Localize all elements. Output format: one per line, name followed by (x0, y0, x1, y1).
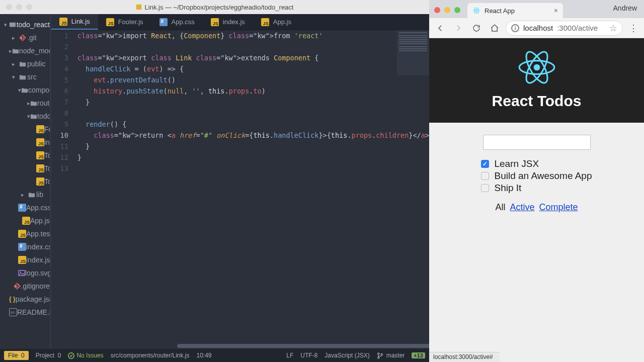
tree-file-todolist[interactable]: JSTodoList.js (0, 175, 50, 188)
tab-appjs[interactable]: JSApp.js (253, 14, 299, 30)
zoom-window-icon[interactable] (454, 7, 460, 13)
zoom-window-icon[interactable] (26, 4, 32, 10)
close-window-icon[interactable] (6, 4, 12, 10)
editor-titlebar[interactable]: Link.js — ~/Dropbox/projects/eggheadio/t… (0, 0, 429, 14)
folder-icon (27, 191, 36, 198)
filter-all[interactable]: All (495, 202, 505, 212)
tree-label: TodoForm.js (44, 151, 50, 159)
chevron-right-icon[interactable]: ▸ (9, 61, 18, 67)
tree-item-public[interactable]: ▸ public (0, 57, 50, 70)
bookmark-star-icon[interactable]: ☆ (609, 23, 617, 34)
svg-point-11 (476, 10, 477, 11)
browser-tabstrip: React App × Andrew (429, 0, 644, 18)
tab-label: Footer.js (118, 18, 143, 26)
forward-button (451, 21, 465, 35)
reload-button[interactable] (469, 21, 484, 35)
browser-tab[interactable]: React App × (467, 3, 563, 18)
horizontal-scrollbar[interactable] (51, 343, 429, 349)
chevron-right-icon[interactable]: ▸ (9, 35, 18, 41)
filter-links: All Active Complete (495, 202, 578, 213)
status-file-scope[interactable]: File 0 (4, 351, 29, 360)
tab-linkjs[interactable]: JSLink.js (51, 14, 98, 30)
chevron-right-icon[interactable]: ▸ (18, 192, 27, 198)
close-tab-icon[interactable]: × (554, 7, 558, 15)
tree-label: App.test.js (26, 230, 50, 238)
site-info-icon[interactable]: i (511, 24, 519, 32)
status-language[interactable]: JavaScript (JSX) (325, 352, 369, 359)
svg-rect-1 (10, 23, 16, 27)
status-eol[interactable]: LF (286, 352, 293, 359)
tree-item-todo[interactable]: ▾ todo (0, 110, 50, 123)
todo-checkbox[interactable] (481, 172, 489, 180)
todo-label: Ship It (494, 183, 521, 194)
home-button[interactable] (488, 21, 502, 35)
tree-file-gitignore[interactable]: .gitignore (0, 280, 50, 293)
tree-label: lib (36, 191, 50, 199)
status-project-scope[interactable]: Project 0 (36, 352, 61, 359)
file-tree[interactable]: ▾ todo_react ▸ .git ▸ node_modules ▸ pub… (0, 14, 50, 349)
status-issues[interactable]: No Issues (68, 352, 103, 359)
page-title: React Todos (429, 93, 644, 110)
status-branch[interactable]: master (377, 352, 405, 359)
tree-label: index.js (44, 138, 50, 146)
tree-file-index-todo[interactable]: JSindex.js (0, 136, 50, 149)
tree-file-readme[interactable]: M↓README.md (0, 306, 50, 319)
todo-checkbox[interactable] (481, 184, 489, 192)
todo-checkbox[interactable] (481, 160, 489, 168)
tree-file-todoitem[interactable]: JSTodoItem.js (0, 162, 50, 175)
new-todo-input[interactable] (483, 135, 591, 150)
back-button[interactable] (433, 21, 447, 35)
tree-item-router[interactable]: ▸ router (0, 97, 50, 110)
tab-appcss[interactable]: App.css (151, 14, 203, 30)
tree-file-apptest[interactable]: JSApp.test.js (0, 227, 50, 240)
close-window-icon[interactable] (434, 7, 440, 13)
browser-menu-icon[interactable]: ⋮ (627, 23, 640, 34)
svg-point-7 (381, 353, 382, 355)
todo-label: Learn JSX (494, 158, 539, 169)
browser-profile[interactable]: Andrew (613, 4, 637, 12)
tree-item-git[interactable]: ▸ .git (0, 31, 50, 44)
svg-point-6 (377, 356, 379, 358)
todo-item: Build an Awesome App (481, 170, 592, 182)
minimap[interactable] (397, 30, 429, 75)
scrollbar-thumb[interactable] (177, 344, 449, 348)
code-editor[interactable]: 12345678910111213 class="kw">import Reac… (51, 30, 429, 343)
tab-indexjs[interactable]: JSindex.js (203, 14, 253, 30)
tree-file-indexjs[interactable]: JSindex.js (0, 253, 50, 266)
tree-file-appcss[interactable]: App.css (0, 201, 50, 214)
tree-root[interactable]: ▾ todo_react (0, 18, 50, 31)
filter-complete[interactable]: Complete (539, 202, 578, 212)
minimize-window-icon[interactable] (444, 7, 450, 13)
chevron-down-icon[interactable]: ▾ (2, 22, 9, 28)
tree-item-src[interactable]: ▾ src (0, 70, 50, 83)
tree-item-lib[interactable]: ▸lib (0, 188, 50, 201)
tree-label: TodoList.js (44, 177, 50, 186)
tree-item-components[interactable]: ▾ components (0, 83, 50, 97)
filter-active[interactable]: Active (510, 202, 534, 212)
status-encoding[interactable]: UTF-8 (300, 352, 317, 359)
editor-body: ▾ todo_react ▸ .git ▸ node_modules ▸ pub… (0, 14, 429, 349)
tab-footerjs[interactable]: JSFooter.js (98, 14, 151, 30)
tab-label: index.js (223, 18, 245, 26)
tree-label: App.css (26, 204, 50, 212)
js-file-icon: JS (211, 18, 219, 26)
tree-file-packagejson[interactable]: { }package.json (0, 293, 50, 306)
url-path: :3000/active (557, 24, 598, 32)
react-logo-icon (518, 48, 556, 86)
tree-label: README.md (17, 308, 50, 316)
tree-label: todo (37, 112, 50, 120)
tree-file-footer[interactable]: JSFooter.js (0, 123, 50, 136)
browser-toolbar: i localhost:3000/active ☆ ⋮ (429, 18, 644, 38)
tree-file-todoform[interactable]: JSTodoForm.js (0, 149, 50, 162)
tree-file-indexcss[interactable]: index.css (0, 240, 50, 253)
minimize-window-icon[interactable] (16, 4, 22, 10)
chevron-down-icon[interactable]: ▾ (9, 74, 18, 80)
todo-item: Learn JSX (481, 158, 592, 170)
tree-file-appjs[interactable]: JSApp.js (0, 214, 50, 227)
js-file-icon: JS (36, 177, 44, 186)
js-file-icon: JS (18, 230, 26, 238)
address-bar[interactable]: i localhost:3000/active ☆ (506, 21, 623, 36)
tree-item-node-modules[interactable]: ▸ node_modules (0, 44, 50, 57)
tree-file-logosvg[interactable]: logo.svg (0, 266, 50, 280)
code-content[interactable]: class="kw">import React, {Component} cla… (73, 30, 429, 343)
